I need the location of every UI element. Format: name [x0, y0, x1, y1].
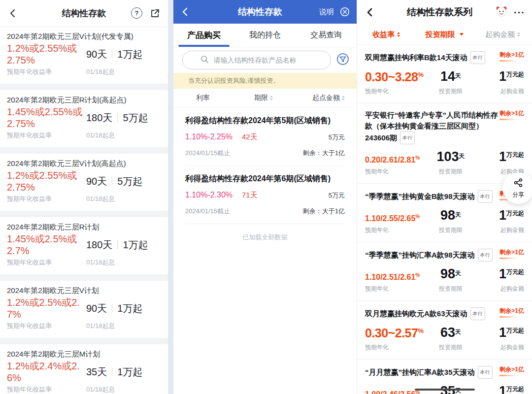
- sort-min-purchase[interactable]: 起购金额: [474, 30, 532, 39]
- share-label: 分享: [512, 191, 524, 199]
- days-value: 103: [436, 149, 459, 164]
- column-amount[interactable]: 起点金额: [301, 94, 345, 102]
- min-amount: 5万起: [123, 111, 148, 125]
- more-menu-icon[interactable]: ···: [514, 10, 525, 15]
- filter-icon[interactable]: [336, 52, 350, 68]
- tab-my-holdings[interactable]: 我的持仓: [234, 24, 296, 47]
- bank-tag: 本行: [470, 51, 485, 64]
- remaining-text: 剩余>1亿: [499, 51, 524, 58]
- product-term-min: 90天 1万起: [85, 48, 161, 61]
- sort-updown-icon: [342, 96, 345, 100]
- divider: [112, 50, 112, 59]
- min-unit: 万元起: [506, 327, 524, 334]
- back-icon[interactable]: [364, 6, 376, 18]
- product-min: 1万元起: [499, 384, 524, 394]
- remaining-badge: 剩余>1亿: [499, 51, 524, 62]
- product-row[interactable]: 利得盈结构性存款2024年第6期(区域销售) 1.10%-2.30% 71天 5…: [173, 166, 357, 224]
- min-label: 起购金额: [500, 87, 524, 96]
- min-label: 起购金额: [500, 226, 524, 234]
- deposit-card[interactable]: 2024年第2期欧元三层V计划 1.2%或2.5%或2.7% 90天 1万起 预…: [0, 281, 168, 338]
- share-floating-button[interactable]: 分享: [502, 172, 532, 204]
- name-text: “月月慧赢”挂钩汇率A款35天滚动: [365, 368, 475, 376]
- deposit-card[interactable]: 2024年第2期欧元三层M计划 1.2%或2.4%或2.6% 35天 1万起 预…: [0, 344, 168, 394]
- sort-label: 收益率: [372, 30, 395, 39]
- tab-transaction-query[interactable]: 交易查询: [296, 24, 357, 47]
- sort-label: 投资期限: [425, 30, 455, 39]
- column-rate[interactable]: 利率: [185, 94, 242, 102]
- term-days: 180天: [86, 238, 112, 252]
- search-row: [173, 47, 357, 73]
- term-days: 90天: [86, 302, 107, 315]
- deposit-card[interactable]: 2024年第2期欧元三层R计划(高起点) 1.45%或2.55%或2.75% 1…: [0, 90, 168, 147]
- product-name: 2024年第2期欧元三层M计划: [7, 350, 161, 358]
- deadline: 2024/01/15截止: [185, 207, 230, 216]
- min-value: 1: [499, 384, 506, 394]
- rate-value: 0.30~2.57: [365, 326, 418, 340]
- rate-label: 预期年化: [365, 167, 426, 176]
- deposit-card[interactable]: 2024年第2期欧元三层R计划 1.45%或2.5%或2.7% 180天 1万起…: [0, 217, 168, 274]
- search-input[interactable]: [213, 56, 313, 65]
- days-value: 98: [440, 266, 455, 281]
- value-date: 01/18起息: [85, 67, 115, 76]
- product-days: 14天: [440, 69, 461, 84]
- share-export-icon[interactable]: [149, 7, 161, 19]
- panel-left-deposit-list: 结构性存款 2024年第2期欧元三层V计划(代发专属) 1.2%或2.55%或2…: [0, 0, 168, 394]
- series-card[interactable]: 剩余>1亿 双周慧赢挂钩利率B款14天滚动本行 0.30~3.28% 14天 1…: [357, 45, 532, 103]
- panel-right-series: 结构性存款系列 ··· 收益率 投资期限: [357, 0, 532, 394]
- divider: [117, 113, 118, 122]
- product-row[interactable]: 利得盈结构性存款2024年第5期(区域销售) 1.10%-2.25% 42天 5…: [173, 108, 357, 166]
- home-indicator[interactable]: [415, 389, 475, 391]
- rate-value: 0.20/2.61/2.81: [365, 156, 415, 164]
- deposit-card[interactable]: 2024年第2期欧元三层V计划(高起点) 1.2%或2.55%或2.75% 90…: [0, 154, 168, 211]
- product-name: 2024年第2期欧元三层R计划: [7, 223, 161, 231]
- back-icon[interactable]: [7, 7, 19, 19]
- list-end-text: 已加载全部数据: [173, 233, 357, 242]
- product-days: 103天: [436, 149, 465, 164]
- percent-sign: %: [415, 272, 420, 278]
- tab-bar: 产品购买 我的持仓 交易查询: [173, 24, 357, 47]
- product-term-min: 90天 5万起: [85, 175, 161, 188]
- sort-down-icon: [460, 33, 464, 36]
- name-text: “季季慧赢”挂钩黄金B款98天滚动: [365, 192, 475, 200]
- divider: [112, 177, 112, 186]
- rate-value: 1.00/2.46/2.56: [365, 390, 415, 394]
- underline-accent: [499, 119, 517, 120]
- tab-label: 交易查询: [310, 30, 342, 40]
- percent-sign: %: [415, 214, 420, 219]
- help-link[interactable]: 说明: [319, 7, 334, 17]
- tab-product-purchase[interactable]: 产品购买: [173, 24, 234, 47]
- min-unit: 万元起: [506, 151, 524, 158]
- close-icon[interactable]: [339, 6, 351, 18]
- deposit-card[interactable]: 2024年第2期欧元三层V计划(代发专属) 1.2%或2.55%或2.75% 9…: [0, 27, 168, 84]
- sort-investment-term[interactable]: 投资期限: [415, 30, 473, 39]
- column-label: 利率: [196, 94, 210, 102]
- rate-label: 预期年化收益率: [7, 385, 85, 394]
- product-rate: 0.30~2.57%: [365, 326, 426, 340]
- product-days: 98天: [440, 266, 461, 282]
- product-rate: 1.2%或2.4%或2.6%: [7, 360, 85, 384]
- column-term[interactable]: 期限: [242, 94, 301, 102]
- product-term-min: 90天 1万起: [85, 302, 161, 315]
- series-card[interactable]: 剩余>1亿 平安银行“特邀客户专享”人民币结构性存款（保本挂钩黄金看涨三层区间型…: [357, 103, 532, 184]
- product-rate: 1.10/2.55/2.65%: [365, 214, 426, 223]
- sort-yield-rate[interactable]: 收益率: [357, 30, 415, 39]
- sort-label: 起购金额: [485, 30, 515, 39]
- panel-separator: [168, 0, 173, 394]
- page-title: 结构性存款: [208, 6, 312, 18]
- series-card[interactable]: 剩余>1亿 “季季慧赢”挂钩汇率A款98天滚动本行 1.10/2.51/2.61…: [357, 242, 532, 301]
- search-box[interactable]: [182, 51, 331, 69]
- series-card[interactable]: 剩余>1亿 双月慧赢挂钩欧元A款63天滚动本行 0.30~2.57% 63天 1…: [357, 301, 532, 360]
- remaining-badge: 剩余>1亿: [499, 307, 524, 318]
- back-icon[interactable]: [179, 6, 191, 18]
- value-date: 01/18起息: [85, 195, 115, 203]
- mascot-icon[interactable]: [495, 5, 508, 20]
- help-icon[interactable]: [131, 7, 142, 19]
- underline-accent: [499, 316, 517, 318]
- days-label: 投资期限: [439, 226, 463, 234]
- bank-tag: 本行: [400, 131, 415, 144]
- product-name: 2024年第2期欧元三层V计划: [7, 286, 161, 295]
- bank-tag: 本行: [478, 366, 493, 379]
- product-rate: 1.2%或2.55%或2.75%: [7, 42, 85, 66]
- min-value: 1: [499, 208, 506, 223]
- days-value: 63: [440, 325, 455, 340]
